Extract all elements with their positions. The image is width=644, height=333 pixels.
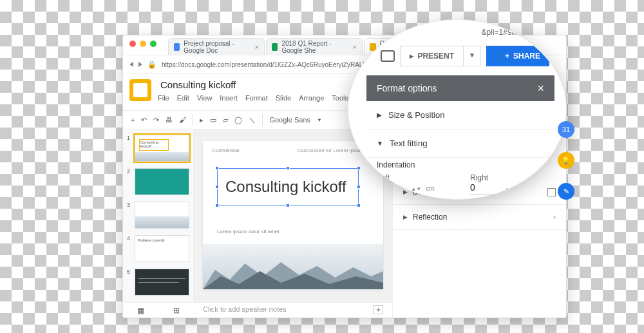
resize-handle[interactable] [286,204,290,207]
tab-label: 2018 Q1 Report - Google She [281,40,348,54]
menu-insert[interactable]: Insert [220,94,238,102]
notes-placeholder: Click to add speaker notes [203,305,287,313]
resize-handle[interactable] [215,204,219,207]
slide-thumb-4[interactable]: Problems currently [135,235,189,262]
grid-view-icon[interactable]: ⊞ [173,306,180,315]
text-fitting-section[interactable]: ▼ Text fitting [366,129,554,158]
menu-file[interactable]: File [158,94,169,102]
slide-thumbnail-panel: 1 Consultingkickoff 2 3 4 Problems curre… [123,129,194,302]
stepper-icon[interactable]: ▲▼ [411,188,421,191]
redo-icon[interactable]: ↷ [153,116,159,124]
keep-chip-icon[interactable]: 💡 [558,152,574,169]
slide-subtitle[interactable]: Lorem ipsum dolor sit amet [217,229,279,234]
chevron-right-icon: ▶ [403,214,408,220]
title-textbox[interactable]: Consulting kickoff [217,168,359,205]
present-dropdown[interactable]: ▼ [464,46,481,66]
view-mode-bar: ▦ ⊞ [123,302,194,318]
indent-right-input[interactable]: 0 [470,182,500,195]
back-icon[interactable] [129,62,133,67]
resize-handle[interactable] [357,166,361,170]
shape-icon[interactable]: ◯ [234,116,242,124]
header-left: Confidential [212,147,239,153]
section-label: Size & Position [388,110,444,120]
play-icon: ▸ [410,52,413,61]
resize-handle[interactable] [215,166,219,170]
person-add-icon: 👤+ [495,52,509,61]
explore-button[interactable]: ✦ [373,305,383,314]
paint-format-icon[interactable]: 🖌 [179,116,186,124]
chevron-down-icon[interactable]: ▼ [317,117,322,123]
mountain-image [203,244,383,289]
present-label: PRESENT [417,52,454,61]
present-button[interactable]: ▸ PRESENT [400,46,464,66]
textbox-icon[interactable]: ▭ [210,116,216,124]
slide-thumb-5[interactable] [135,269,189,296]
chevron-down-icon: ▼ [377,140,383,147]
image-icon[interactable]: ▱ [223,116,228,124]
slide-thumb-2[interactable] [135,168,189,195]
thumb-number: 4 [127,235,132,262]
window-controls [129,41,156,47]
thumb-number: 1 [127,135,132,162]
tasks-chip-icon[interactable]: ✎ [558,183,574,200]
minimize-window-icon[interactable] [140,41,146,47]
slide-thumb-1[interactable]: Consultingkickoff [135,135,189,162]
new-slide-icon[interactable]: + [131,116,135,124]
slide-thumb-3[interactable] [135,202,189,229]
menu-slide[interactable]: Slide [276,94,291,102]
forward-icon[interactable] [138,62,142,67]
zoom-format-header: Format options × [366,75,554,101]
lock-icon: 🔒 [147,61,156,69]
zoom-bubble: &pli=1#slide=id.p ▸ PRESENT ▼ 👤+ SHARE F… [348,19,567,200]
tab-sheets[interactable]: 2018 Q1 Report - Google She × [266,38,363,55]
thumb-number: 5 [127,269,132,296]
print-icon[interactable]: 🖶 [166,116,173,124]
close-icon[interactable]: × [255,43,259,51]
resize-handle[interactable] [357,204,361,207]
cursor-icon[interactable]: ▸ [200,116,204,124]
resize-handle[interactable] [357,185,361,189]
line-icon[interactable]: ＼ [249,115,256,125]
slide-canvas[interactable]: Confidential Customized for Lorem Ipsum … [203,141,383,289]
tab-docs[interactable]: Project proposal - Google Doc × [168,38,265,55]
indentation-label: Indentation [377,160,415,169]
unit: cm [426,185,435,192]
reflection-section[interactable]: ▶ Reflection › [393,205,566,230]
chevron-right-icon: ▶ [377,111,382,119]
undo-icon[interactable]: ↶ [141,116,147,124]
slide-header: Confidential Customized for Lorem Ipsum … [212,147,374,153]
share-label: SHARE [513,52,540,61]
thumb-number: 3 [127,202,132,229]
close-icon[interactable]: × [353,43,357,51]
menu-tools[interactable]: Tools [332,94,348,102]
maximize-window-icon[interactable] [150,41,156,47]
close-window-icon[interactable] [129,41,136,47]
filmstrip-view-icon[interactable]: ▦ [137,306,144,315]
size-position-section[interactable]: ▶ Size & Position [366,101,554,129]
separator [262,114,263,126]
speaker-notes[interactable]: Click to add speaker notes ✦ [194,302,392,318]
chevron-right-icon[interactable]: › [553,213,556,222]
slide-title-text[interactable]: Consulting kickoff [225,178,350,196]
font-selector[interactable]: Google Sans [269,116,310,124]
drop-shadow-checkbox[interactable] [547,188,556,196]
docs-favicon-icon [174,43,180,51]
zoom-top-buttons: ▸ PRESENT ▼ 👤+ SHARE [348,46,566,66]
section-label: Text fitting [390,138,428,148]
menu-view[interactable]: View [197,94,213,102]
comments-icon[interactable] [381,50,395,62]
slides-logo-icon[interactable] [129,79,151,101]
resize-handle[interactable] [286,166,290,170]
resize-handle[interactable] [215,185,219,189]
separator [193,114,193,126]
menu-format[interactable]: Format [245,94,268,102]
reflection-checkbox[interactable] [536,213,544,222]
format-options-title: Format options [377,83,437,93]
close-icon[interactable]: × [537,82,544,95]
menu-edit[interactable]: Edit [177,94,189,102]
sheets-favicon-icon [272,43,278,51]
side-panel-chips: 31 💡 ✎ [558,121,644,200]
calendar-chip-icon[interactable]: 31 [558,121,574,138]
menu-arrange[interactable]: Arrange [299,94,324,102]
tab-label: Project proposal - Google Doc [184,40,251,54]
